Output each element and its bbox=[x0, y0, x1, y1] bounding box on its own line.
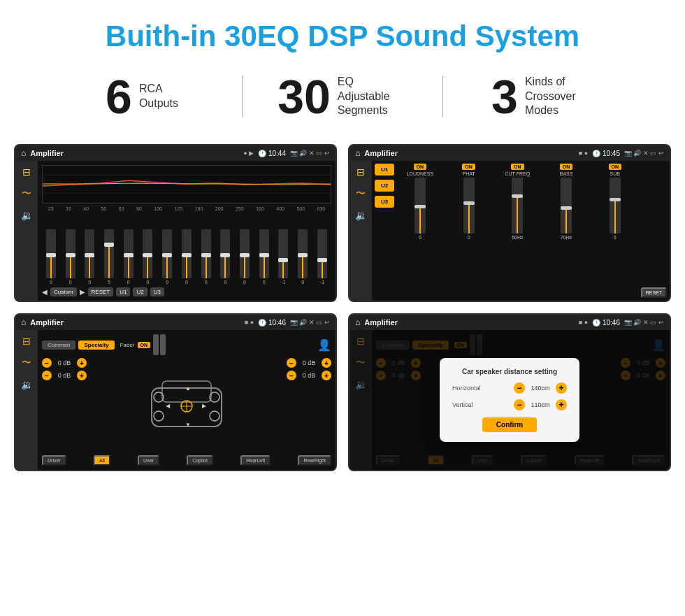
all-btn[interactable]: All bbox=[94, 455, 110, 466]
fader-wave-icon[interactable]: 〜 bbox=[22, 357, 31, 369]
db-row-fl: − 0 dB + bbox=[42, 358, 87, 368]
amp-presets: U1 U2 U3 bbox=[375, 164, 394, 298]
vertical-plus-btn[interactable]: + bbox=[556, 399, 567, 410]
prev-icon[interactable]: ◀ bbox=[42, 288, 48, 296]
cutfreq-slider[interactable] bbox=[512, 178, 523, 234]
status-time-4: 🕐 10:46 bbox=[592, 319, 620, 327]
user-profile-icon[interactable]: 👤 bbox=[317, 338, 331, 352]
status-dots-1: ● ▶ bbox=[243, 150, 254, 157]
fader-side-icons: ⊟ 〜 🔉 bbox=[15, 330, 38, 470]
vertical-minus-btn[interactable]: − bbox=[514, 399, 525, 410]
amp-wave-icon[interactable]: 〜 bbox=[356, 187, 366, 200]
app-name-4: Amplifier bbox=[364, 318, 575, 327]
stat-number-crossover: 3 bbox=[491, 73, 518, 120]
fader-slider-2[interactable] bbox=[160, 334, 166, 355]
fader-speaker-icon[interactable]: 🔉 bbox=[21, 379, 33, 390]
fl-plus-btn[interactable]: + bbox=[77, 358, 87, 368]
rl-minus-btn[interactable]: − bbox=[42, 371, 52, 380]
eq-slider-col-12: 0 bbox=[259, 229, 269, 285]
eq-slider-col-10: 0 bbox=[220, 229, 230, 285]
amp-bass: ON BASS 70Hz bbox=[543, 164, 589, 298]
rl-plus-btn[interactable]: + bbox=[77, 371, 87, 380]
eq-icon[interactable]: ⊟ bbox=[22, 166, 31, 178]
rr-plus-btn[interactable]: + bbox=[322, 371, 331, 380]
preset-u1[interactable]: U1 bbox=[375, 164, 394, 176]
horizontal-minus-btn[interactable]: − bbox=[514, 382, 525, 394]
u1-btn[interactable]: U1 bbox=[116, 287, 130, 296]
fader-tabs: Common Specialty bbox=[42, 341, 115, 350]
status-dots-3: ■ ● bbox=[245, 319, 254, 326]
loudness-slider[interactable] bbox=[414, 178, 426, 234]
status-bar-4: ⌂ Amplifier ■ ● 🕐 10:46 📷 🔊 ✕ ▭ ↩ bbox=[349, 315, 670, 330]
eq-slider-col-3: 0 bbox=[85, 229, 94, 285]
phat-slider[interactable] bbox=[463, 178, 475, 234]
fr-minus-btn[interactable]: − bbox=[287, 358, 296, 368]
rr-minus-btn[interactable]: − bbox=[287, 371, 296, 380]
stat-crossover: 3 Kinds ofCrossover Modes bbox=[443, 73, 643, 120]
status-bar-3: ⌂ Amplifier ■ ● 🕐 10:46 📷 🔊 ✕ ▭ ↩ bbox=[15, 315, 336, 330]
page-title: Buith-in 30EQ DSP Sound System bbox=[0, 0, 685, 66]
phat-label: PHAT bbox=[463, 171, 475, 176]
rl-value: 0 dB bbox=[55, 372, 74, 379]
sub-val: 0 bbox=[614, 235, 616, 240]
bass-label: BASS bbox=[560, 171, 573, 176]
status-icons-2: 📷 🔊 ✕ ▭ ↩ bbox=[624, 150, 664, 157]
user-btn[interactable]: User bbox=[138, 455, 159, 466]
horizontal-ctrl: − 140cm + bbox=[514, 382, 567, 394]
stat-number-eq: 30 bbox=[277, 73, 331, 120]
custom-btn[interactable]: Custom bbox=[50, 287, 77, 296]
svg-point-9 bbox=[210, 411, 219, 421]
phat-min: 0 bbox=[468, 235, 470, 240]
db-row-rr: − 0 dB + bbox=[287, 371, 331, 380]
next-icon[interactable]: ▶ bbox=[80, 288, 85, 296]
stat-number-rca: 6 bbox=[106, 73, 132, 120]
fr-plus-btn[interactable]: + bbox=[322, 358, 331, 368]
tab-specialty[interactable]: Specialty bbox=[78, 341, 114, 350]
bass-val: 70Hz bbox=[561, 235, 572, 240]
amp-speaker-icon[interactable]: 🔉 bbox=[355, 210, 367, 221]
loudness-on: ON bbox=[414, 164, 427, 170]
preset-u3[interactable]: U3 bbox=[375, 196, 394, 208]
u3-btn[interactable]: U3 bbox=[150, 287, 164, 296]
fader-label: Fader bbox=[120, 342, 135, 348]
horizontal-plus-btn[interactable]: + bbox=[556, 382, 567, 394]
screen-amp: ⌂ Amplifier ■ ● 🕐 10:45 📷 🔊 ✕ ▭ ↩ ⊟ 〜 🔉 … bbox=[348, 144, 671, 302]
fader-main: Common Specialty Fader ON 👤 bbox=[38, 330, 336, 470]
status-icons-1: 📷 🔊 ✕ ▭ ↩ bbox=[290, 150, 330, 157]
phat-on: ON bbox=[462, 164, 475, 170]
vertical-ctrl: − 110cm + bbox=[514, 399, 567, 410]
rearleft-btn[interactable]: RearLeft bbox=[240, 455, 271, 466]
confirm-button[interactable]: Confirm bbox=[482, 417, 537, 432]
copilot-btn[interactable]: Copilot bbox=[187, 455, 213, 466]
bass-slider[interactable] bbox=[561, 178, 572, 234]
bottom-btns-fader: Driver All User Copilot RearLeft RearRig… bbox=[42, 455, 331, 466]
wave-icon[interactable]: 〜 bbox=[22, 187, 31, 200]
tab-common[interactable]: Common bbox=[42, 341, 75, 350]
reset-btn[interactable]: RESET bbox=[88, 287, 114, 296]
eq-slider-col-4: 5 bbox=[104, 229, 114, 285]
rearright-btn[interactable]: RearRight bbox=[298, 455, 331, 466]
amp-controls: ON LOUDNESS 0 ON PHAT bbox=[397, 164, 638, 298]
driver-btn[interactable]: Driver bbox=[42, 455, 66, 466]
vertical-label: Vertical bbox=[452, 401, 473, 408]
svg-point-8 bbox=[154, 411, 164, 421]
app-name-2: Amplifier bbox=[364, 149, 575, 157]
amp-eq-icon[interactable]: ⊟ bbox=[356, 166, 365, 178]
fader-slider-1[interactable] bbox=[153, 334, 159, 355]
eq-slider-col-6: 0 bbox=[143, 229, 152, 285]
sub-slider[interactable] bbox=[610, 178, 621, 234]
speaker-icon[interactable]: 🔉 bbox=[21, 210, 33, 221]
db-controls-left: − 0 dB + − 0 dB + bbox=[42, 358, 87, 452]
eq-slider-col-5: 0 bbox=[124, 229, 134, 285]
fader-eq-icon[interactable]: ⊟ bbox=[22, 336, 31, 347]
preset-u2[interactable]: U2 bbox=[375, 180, 394, 192]
svg-text:▲: ▲ bbox=[185, 385, 191, 392]
eq-main: 2532405063 80100125160200 25032040050063… bbox=[38, 161, 336, 301]
status-dots-4: ■ ● bbox=[579, 319, 588, 326]
fl-minus-btn[interactable]: − bbox=[42, 358, 52, 368]
horizontal-label: Horizontal bbox=[452, 385, 481, 392]
amp-reset-btn[interactable]: RESET bbox=[641, 287, 667, 298]
status-icons-3: 📷 🔊 ✕ ▭ ↩ bbox=[290, 319, 330, 326]
bass-on: ON bbox=[560, 164, 573, 170]
u2-btn[interactable]: U2 bbox=[133, 287, 147, 296]
